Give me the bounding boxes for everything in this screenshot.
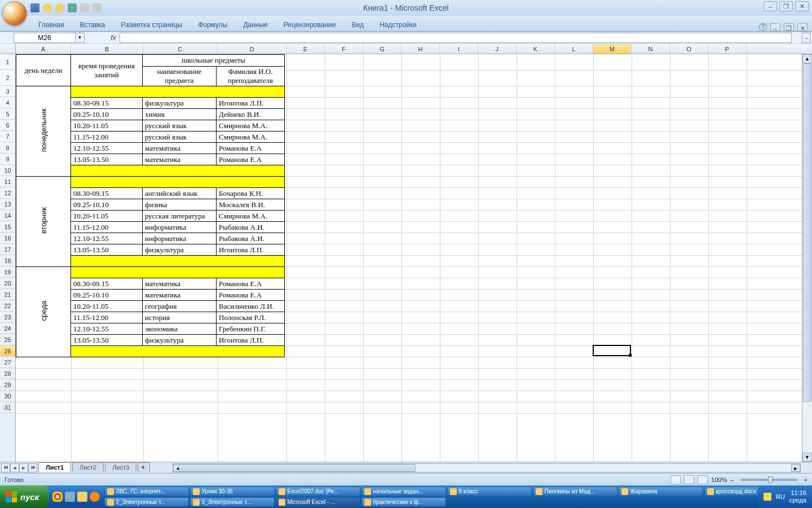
cell[interactable]: 13.05-13.50 bbox=[71, 154, 143, 165]
cell[interactable]: Романова Е.А bbox=[217, 278, 285, 290]
cell[interactable]: 12.10-12.55 bbox=[71, 323, 143, 335]
tray-lang[interactable]: RU bbox=[776, 493, 785, 500]
cell[interactable]: математика bbox=[143, 278, 217, 290]
cell[interactable]: 13.05-13.50 bbox=[71, 335, 143, 346]
row-header-8[interactable]: 8 bbox=[0, 142, 15, 154]
tab-nav-first[interactable]: ⯬ bbox=[1, 463, 10, 472]
col-header-I[interactable]: I bbox=[440, 44, 478, 54]
cell[interactable]: математика bbox=[143, 290, 217, 301]
row-header-31[interactable]: 31 bbox=[0, 402, 15, 413]
tab-review[interactable]: Рецензирование bbox=[276, 19, 344, 31]
row-header-28[interactable]: 28 bbox=[0, 368, 15, 379]
row-header-9[interactable]: 9 bbox=[0, 154, 15, 165]
taskbar-task[interactable]: Excel2007.doc [Ре... bbox=[276, 487, 360, 496]
tab-nav-prev[interactable]: ◄ bbox=[10, 463, 19, 472]
col-header-L[interactable]: L bbox=[555, 44, 593, 54]
tab-nav-next[interactable]: ► bbox=[19, 463, 28, 472]
row-header-12[interactable]: 12 bbox=[0, 187, 15, 199]
cell[interactable]: 10.20-11.05 bbox=[71, 301, 143, 312]
ql-media-icon[interactable] bbox=[90, 492, 100, 502]
row-header-26[interactable]: 26 bbox=[0, 345, 15, 357]
open-icon[interactable] bbox=[68, 3, 77, 12]
cell[interactable]: русский язык bbox=[143, 132, 217, 143]
tab-nav-last[interactable]: ⯮ bbox=[28, 463, 37, 472]
cell[interactable]: Смирнова М.А. bbox=[217, 120, 285, 132]
taskbar-task[interactable]: 8 класс bbox=[447, 487, 532, 496]
cell[interactable]: Бочарова К.Н. bbox=[217, 188, 285, 199]
row-header-3[interactable]: 3 bbox=[0, 86, 15, 97]
cell[interactable]: 11.15-12.00 bbox=[71, 132, 143, 143]
minimize-button[interactable]: – bbox=[764, 1, 777, 11]
cell[interactable]: информатика bbox=[143, 233, 217, 244]
row-header-20[interactable]: 20 bbox=[0, 278, 15, 289]
cell[interactable]: Дейнеко В.И. bbox=[217, 109, 285, 120]
cell[interactable]: Гребенкин П.Г. bbox=[217, 323, 285, 335]
cell[interactable]: Москалев В.И. bbox=[217, 199, 285, 211]
yellow-row[interactable] bbox=[71, 267, 285, 278]
hdr-subjects[interactable]: школьные предметы bbox=[143, 55, 285, 67]
cell[interactable]: география bbox=[143, 301, 217, 312]
day-tue[interactable]: вторник bbox=[16, 177, 71, 267]
cell[interactable]: 13.05-13.50 bbox=[71, 244, 143, 256]
col-header-A[interactable]: A bbox=[16, 44, 71, 54]
quick-print-icon[interactable] bbox=[80, 3, 89, 12]
taskbar-task[interactable]: Жаравина bbox=[619, 487, 703, 496]
fx-label[interactable]: fx bbox=[107, 34, 120, 42]
col-header-O[interactable]: O bbox=[670, 44, 708, 54]
formula-input[interactable] bbox=[120, 33, 792, 43]
col-header-P[interactable]: P bbox=[708, 44, 747, 54]
taskbar-task[interactable]: 2_Электронные т... bbox=[104, 497, 189, 507]
taskbar-task[interactable]: Пингвины из Мад... bbox=[533, 487, 617, 496]
view-normal-icon[interactable] bbox=[670, 475, 681, 484]
print-preview-icon[interactable] bbox=[92, 3, 102, 12]
cell[interactable]: история bbox=[143, 312, 217, 323]
cell[interactable]: информатика bbox=[143, 222, 217, 233]
cell[interactable]: 09.25-10.10 bbox=[71, 199, 143, 211]
cell[interactable]: 08.30-09.15 bbox=[71, 188, 143, 199]
cell[interactable]: английский язык bbox=[143, 188, 217, 199]
cell[interactable]: Игонтова Л.П. bbox=[217, 335, 285, 346]
cell[interactable]: Игонтова Л.П. bbox=[217, 244, 285, 256]
row-header-10[interactable]: 10 bbox=[0, 165, 15, 176]
tab-data[interactable]: Данные bbox=[235, 19, 275, 31]
taskbar-task[interactable]: Уроки 30-36 bbox=[190, 487, 275, 496]
hdr-day[interactable]: день недели bbox=[16, 55, 71, 86]
cell[interactable]: 09.25-10.10 bbox=[71, 109, 143, 120]
col-header-D[interactable]: D bbox=[218, 44, 286, 54]
hdr-subject-name[interactable]: наименование предмета bbox=[143, 66, 217, 86]
tab-view[interactable]: Вид bbox=[343, 19, 372, 31]
row-header-4[interactable]: 4 bbox=[0, 97, 15, 108]
row-header-19[interactable]: 19 bbox=[0, 266, 15, 278]
row-header-11[interactable]: 11 bbox=[0, 176, 15, 187]
row-header-13[interactable]: 13 bbox=[0, 199, 15, 210]
col-header-E[interactable]: E bbox=[286, 44, 325, 54]
row-header-14[interactable]: 14 bbox=[0, 210, 15, 221]
tab-insert[interactable]: Вставка bbox=[72, 19, 113, 31]
tab-formulas[interactable]: Формулы bbox=[190, 19, 235, 31]
cell[interactable]: математика bbox=[143, 154, 217, 165]
row-header-27[interactable]: 27 bbox=[0, 357, 15, 368]
ql-desktop-icon[interactable] bbox=[65, 492, 75, 502]
day-wed[interactable]: среда bbox=[16, 267, 71, 357]
select-all-corner[interactable] bbox=[0, 44, 16, 54]
name-box[interactable]: M26 bbox=[14, 33, 76, 43]
redo-icon[interactable] bbox=[55, 3, 64, 12]
cell[interactable]: Романова Е.А bbox=[217, 154, 285, 165]
yellow-row[interactable] bbox=[71, 177, 285, 188]
name-box-dropdown[interactable]: ▼ bbox=[76, 33, 85, 43]
help-icon[interactable]: ? bbox=[759, 23, 767, 31]
cell[interactable]: Васильченко Л.И. bbox=[217, 301, 285, 312]
row-header-1[interactable]: 1 bbox=[0, 54, 15, 70]
taskbar-task[interactable]: 3_Электронные т... bbox=[190, 497, 275, 507]
row-header-17[interactable]: 17 bbox=[0, 244, 15, 255]
row-header-25[interactable]: 25 bbox=[0, 334, 15, 345]
col-header-B[interactable]: B bbox=[71, 44, 143, 54]
yellow-row[interactable] bbox=[71, 165, 285, 177]
cell[interactable]: Смирнова М.А. bbox=[217, 211, 285, 222]
start-button[interactable]: пуск bbox=[0, 485, 49, 508]
cell[interactable]: 12.10-12.55 bbox=[71, 143, 143, 154]
cell[interactable]: Романова Е.А bbox=[217, 290, 285, 301]
col-header-G[interactable]: G bbox=[363, 44, 401, 54]
col-header-H[interactable]: H bbox=[401, 44, 440, 54]
vscroll-thumb[interactable] bbox=[803, 63, 811, 402]
